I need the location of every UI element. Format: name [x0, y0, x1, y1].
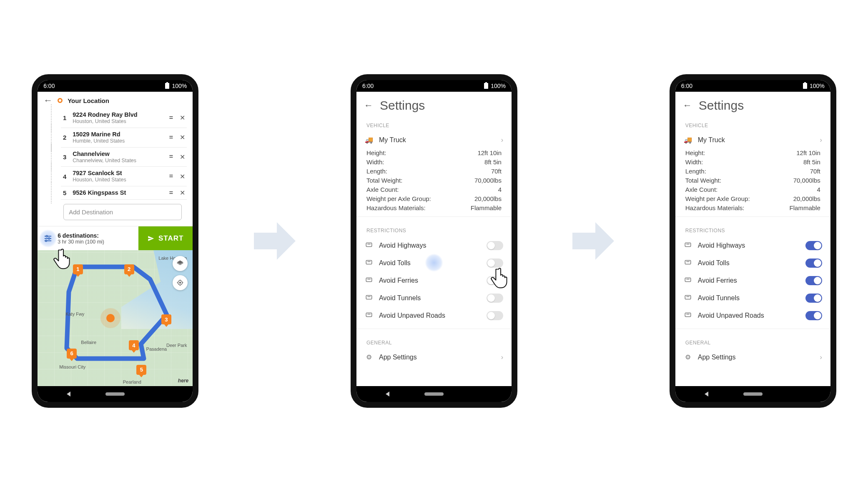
restriction-row: Avoid Ferries — [675, 272, 830, 289]
spec-value: 12ft 10in — [796, 149, 820, 156]
remove-stop-button[interactable]: ✕ — [180, 133, 185, 141]
spec-value: 70ft — [491, 168, 502, 175]
vehicle-specs: Height:12ft 10inWidth:8ft 5inLength:70ft… — [356, 148, 512, 212]
spec-key: Axle Count: — [366, 186, 399, 193]
start-button[interactable]: START — [138, 226, 193, 251]
chevron-right-icon: › — [501, 136, 503, 144]
restriction-toggle[interactable] — [805, 311, 822, 320]
add-destination-input[interactable]: Add Destination — [63, 204, 182, 220]
restriction-row: Avoid Tolls — [675, 254, 830, 272]
spec-value: 70,000lbs — [474, 177, 502, 184]
restriction-toggle[interactable] — [805, 241, 822, 250]
vehicle-spec-row: Length:70ft — [366, 166, 502, 176]
map-attribution: here — [178, 378, 188, 384]
restriction-row: Avoid Highways — [356, 237, 512, 254]
restriction-toggle[interactable] — [487, 311, 503, 320]
restriction-toggle[interactable] — [487, 241, 503, 250]
status-time: 6:00 — [43, 83, 55, 89]
spec-value: Flammable — [790, 204, 820, 211]
vehicle-spec-row: Weight per Axle Group:20,000lbs — [685, 194, 820, 203]
stop-row[interactable]: 59526 Kingspass St=✕ — [61, 186, 187, 200]
drag-handle-icon[interactable]: = — [169, 114, 172, 122]
map-pin[interactable]: 5 — [136, 365, 146, 375]
nav-back-button[interactable] — [67, 392, 70, 397]
locate-button[interactable] — [173, 275, 188, 290]
nav-home-pill[interactable] — [105, 392, 125, 396]
phone-settings-on: 6:00 100% ← Settings VEHICLE 🚚 My Truck … — [670, 74, 836, 408]
drag-handle-icon[interactable]: = — [169, 153, 172, 161]
map-view[interactable]: 1 2 3 4 5 6 Lake Houston Bellaire Pasade… — [38, 250, 193, 386]
svg-rect-26 — [685, 278, 691, 282]
svg-rect-16 — [366, 278, 372, 282]
remove-stop-button[interactable]: ✕ — [180, 189, 185, 197]
remove-stop-button[interactable]: ✕ — [180, 114, 185, 122]
origin-icon — [58, 98, 63, 103]
chevron-right-icon: › — [820, 136, 822, 144]
restriction-toggle[interactable] — [487, 259, 503, 268]
remove-stop-button[interactable]: ✕ — [180, 173, 185, 181]
vehicle-spec-row: Height:12ft 10in — [685, 148, 820, 157]
restriction-row: Avoid Unpaved Roads — [356, 307, 512, 324]
route-options-button[interactable] — [42, 232, 54, 245]
restriction-toggle[interactable] — [805, 259, 822, 268]
status-bar: 6:00 100% — [675, 80, 830, 92]
stop-number: 2 — [61, 134, 68, 141]
settings-title: Settings — [380, 98, 425, 113]
back-button[interactable]: ← — [43, 96, 53, 105]
restrictions-list: Avoid HighwaysAvoid TollsAvoid FerriesAv… — [675, 237, 830, 324]
nav-home-pill[interactable] — [743, 392, 763, 396]
stop-number: 4 — [61, 173, 68, 180]
vehicle-row[interactable]: 🚚 My Truck › — [675, 132, 830, 148]
map-pin[interactable]: 3 — [161, 314, 171, 324]
highway-icon — [684, 241, 692, 250]
restriction-label: Avoid Tunnels — [379, 294, 481, 302]
vehicle-row[interactable]: 🚚 My Truck › — [356, 132, 512, 148]
restriction-toggle[interactable] — [487, 294, 503, 303]
restriction-toggle[interactable] — [487, 276, 503, 285]
summary-bar: 6 destinations: 3 hr 30 min (100 mi) STA… — [38, 226, 193, 250]
stop-row[interactable]: 3ChannelviewChannelview, United States=✕ — [61, 148, 187, 167]
spec-key: Total Weight: — [685, 177, 721, 184]
restriction-label: Avoid Unpaved Roads — [698, 312, 800, 319]
stop-title: 9224 Rodney Ray Blvd — [73, 111, 165, 118]
back-button[interactable]: ← — [364, 101, 373, 110]
restriction-label: Avoid Tunnels — [698, 294, 800, 302]
app-settings-row[interactable]: ⚙ App Settings › — [675, 349, 830, 365]
restriction-toggle[interactable] — [805, 294, 822, 303]
restriction-row: Avoid Tunnels — [356, 289, 512, 307]
drag-handle-icon[interactable]: = — [169, 134, 172, 141]
spec-key: Height: — [685, 149, 705, 156]
restriction-label: Avoid Highways — [379, 242, 481, 249]
status-battery: 100% — [172, 83, 187, 89]
stop-title: Channelview — [73, 150, 165, 158]
back-button[interactable]: ← — [683, 101, 692, 110]
nav-back-button[interactable] — [705, 392, 708, 397]
chevron-right-icon: › — [501, 354, 503, 361]
drag-handle-icon[interactable]: = — [169, 189, 172, 197]
stop-row[interactable]: 47927 Scanlock StHouston, United States=… — [61, 167, 187, 186]
battery-icon — [803, 83, 807, 89]
flow-arrow-icon — [254, 224, 296, 258]
stop-number: 5 — [61, 189, 68, 196]
stop-title: 15029 Marine Rd — [73, 131, 165, 138]
map-pin[interactable]: 4 — [129, 340, 139, 350]
stop-row[interactable]: 19224 Rodney Ray BlvdHouston, United Sta… — [61, 108, 187, 128]
layers-button[interactable] — [173, 256, 188, 271]
settings-content: ← Settings VEHICLE 🚚 My Truck › Height:1… — [675, 92, 830, 386]
stop-row[interactable]: 215029 Marine RdHumble, United States=✕ — [61, 128, 187, 148]
vehicle-spec-row: Hazardous Materials:Flammable — [685, 203, 820, 212]
map-pin[interactable]: 1 — [73, 264, 83, 274]
map-pin[interactable]: 6 — [67, 349, 77, 359]
app-settings-row[interactable]: ⚙ App Settings › — [356, 349, 512, 365]
map-pin[interactable]: 2 — [124, 264, 134, 274]
restriction-toggle[interactable] — [805, 276, 822, 285]
remove-stop-button[interactable]: ✕ — [180, 153, 185, 161]
spec-key: Hazardous Materials: — [685, 204, 745, 211]
nav-back-button[interactable] — [386, 392, 389, 397]
stop-subtitle: Channelview, United States — [73, 158, 165, 164]
vehicle-spec-row: Width:8ft 5in — [685, 157, 820, 166]
tap-highlight — [425, 254, 443, 272]
stop-number: 1 — [61, 114, 68, 121]
nav-home-pill[interactable] — [424, 392, 444, 396]
drag-handle-icon[interactable]: = — [169, 173, 172, 180]
